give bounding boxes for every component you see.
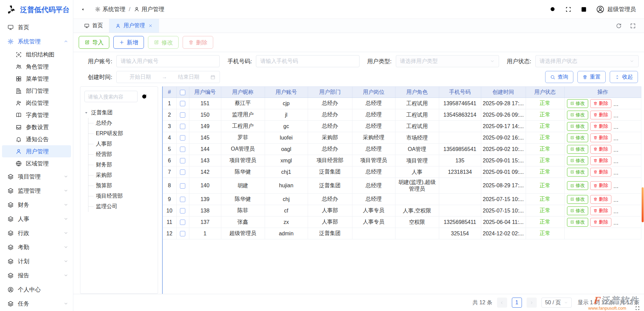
sidebar-subitem[interactable]: 菜单管理 — [0, 73, 73, 85]
sidebar-item[interactable]: 系统管理 — [0, 34, 73, 48]
collapse-filters-button[interactable]: 收起 — [610, 71, 638, 83]
sidebar-item[interactable]: 考勤 — [0, 240, 73, 254]
sidebar-subitem[interactable]: 角色管理 — [0, 61, 73, 73]
filter-input[interactable] — [256, 55, 359, 67]
row-edit-button[interactable]: 修改 — [567, 156, 588, 165]
row-edit-button[interactable]: 修改 — [567, 181, 588, 190]
row-checkbox[interactable] — [180, 101, 185, 106]
tree-node[interactable]: 采购部 — [88, 170, 154, 181]
filter-select[interactable]: 请选择用户类型 — [396, 55, 499, 67]
sidebar-item[interactable]: 个人中心 — [0, 282, 73, 297]
sidebar-item[interactable]: 计划 — [0, 254, 73, 268]
next-page-button[interactable] — [527, 298, 537, 308]
sidebar-item[interactable]: 首页 — [0, 20, 73, 34]
row-delete-button[interactable]: 删除 — [590, 218, 611, 227]
sidebar-item[interactable]: 财务 — [0, 198, 73, 212]
brand[interactable]: 泛普低代码平台 — [0, 0, 73, 20]
search-icon[interactable] — [550, 6, 556, 13]
tab[interactable]: 用户管理 — [109, 19, 159, 33]
row-checkbox[interactable] — [180, 135, 185, 141]
tree-node[interactable]: 监理公司 — [88, 201, 154, 212]
sidebar-item[interactable]: 行政 — [0, 226, 73, 240]
search-button[interactable]: 查询 — [545, 71, 573, 83]
row-checkbox[interactable] — [180, 147, 185, 152]
sidebar-subitem[interactable]: 组织结构图 — [0, 48, 73, 61]
tree-node[interactable]: 预算部 — [88, 181, 154, 191]
table-row[interactable]: 4145罗菲luofei采购部采购经理市场经理2025-09-02 16:...… — [163, 132, 641, 144]
tree-node[interactable]: 经营部 — [88, 149, 154, 160]
row-edit-button[interactable]: 修改 — [567, 206, 588, 215]
row-checkbox[interactable] — [180, 220, 185, 225]
row-delete-button[interactable]: 删除 — [590, 111, 611, 119]
row-edit-button[interactable]: 修改 — [567, 195, 588, 204]
row-delete-button[interactable]: 删除 — [590, 168, 611, 177]
table-header-cell[interactable]: 手机号码 — [439, 87, 481, 98]
sidebar-subitem[interactable]: 字典管理 — [0, 109, 73, 121]
sidebar-item[interactable]: 任务 — [0, 297, 73, 311]
table-row[interactable]: 9139陈华健chj总经办总经理2025-07-15 10:...正常修改删除重… — [163, 194, 641, 205]
table-header-cell[interactable]: # — [163, 87, 176, 98]
sidebar-subitem[interactable]: 通知公告 — [0, 133, 73, 145]
tree-node[interactable]: 财务部 — [88, 160, 154, 170]
tree-refresh-icon[interactable] — [141, 93, 147, 100]
row-delete-button[interactable]: 删除 — [590, 145, 611, 154]
row-checkbox[interactable] — [180, 231, 185, 236]
page-size-select[interactable]: 50 / 页 — [541, 298, 572, 308]
row-checkbox[interactable] — [180, 208, 185, 213]
table-row[interactable]: 7142陈华健chj1泛普集团总经理人事123181342025-09-01 0… — [163, 166, 641, 178]
sidebar-item[interactable]: 报告 — [0, 268, 73, 282]
row-delete-button[interactable]: 删除 — [590, 99, 611, 108]
row-checkbox[interactable] — [180, 183, 185, 189]
row-checkbox[interactable] — [180, 197, 185, 202]
toolbar-button[interactable]: 导入 — [79, 36, 109, 49]
reset-button[interactable]: 重置 — [577, 71, 606, 83]
sidebar-subitem[interactable]: 区域管理 — [0, 157, 73, 169]
table-header-cell[interactable]: 用户状态 — [526, 87, 564, 98]
sidebar-item[interactable]: 监理管理 — [0, 184, 73, 198]
vertical-scrollbar-thumb[interactable] — [642, 187, 644, 222]
end-date[interactable]: 结束日期 — [169, 74, 208, 81]
sidebar-subitem[interactable]: 参数设置 — [0, 121, 73, 133]
breadcrumb-item[interactable]: 用户管理 — [134, 5, 164, 13]
table-header-cell[interactable]: 用户昵称 — [221, 87, 265, 98]
row-edit-button[interactable]: 修改 — [567, 218, 588, 227]
tree-node[interactable]: 项目经营部 — [88, 191, 154, 201]
toolbar-button[interactable]: 修改 — [148, 36, 179, 49]
row-edit-button[interactable]: 修改 — [567, 122, 588, 131]
row-delete-button[interactable]: 删除 — [590, 133, 611, 142]
layout-theme-icon[interactable] — [580, 6, 587, 13]
table-header-cell[interactable]: 用户角色 — [395, 87, 439, 98]
tree-search-input[interactable] — [84, 91, 138, 102]
filter-input[interactable] — [116, 55, 220, 67]
sidebar-item[interactable]: 项目管理 — [0, 169, 73, 184]
toolbar-button[interactable]: 删除 — [183, 36, 213, 49]
tree-node[interactable]: 总经办 — [88, 118, 154, 128]
tree-node[interactable]: ERP研发部 — [88, 128, 154, 139]
sidebar-subitem[interactable]: 用户管理 — [2, 145, 71, 157]
table-row[interactable]: 121超级管理员admin泛普集团3251542024-12-02 02:...… — [163, 228, 641, 239]
row-edit-button[interactable]: 修改 — [567, 168, 588, 177]
expand-icon[interactable] — [630, 23, 636, 29]
sidebar-subitem[interactable]: 部门管理 — [0, 85, 73, 97]
table-header-cell[interactable]: 操作 — [564, 87, 641, 98]
table-header-cell[interactable]: 用户岗位 — [352, 87, 395, 98]
toolbar-button[interactable]: 新增 — [113, 36, 144, 49]
table-header-cell[interactable]: 创建时间 — [481, 87, 526, 98]
fullscreen-icon[interactable] — [565, 6, 572, 13]
breadcrumb-item[interactable]: 系统管理 — [95, 5, 125, 13]
row-checkbox[interactable] — [180, 124, 185, 129]
table-row[interactable]: 11137张鑫zx人事部人事专员空权限132569854112025-06-04… — [163, 217, 641, 228]
table-header-cell[interactable]: 用户部门 — [308, 87, 352, 98]
table-row[interactable]: 3149工程用户gc总经办总经理工程试用2025-09-17 14:...正常修… — [163, 121, 641, 132]
row-delete-button[interactable]: 删除 — [590, 156, 611, 165]
created-time-range[interactable]: 开始日期 → 结束日期 — [116, 71, 220, 83]
table-header-cell[interactable]: 用户编号 — [189, 87, 221, 98]
row-checkbox[interactable] — [180, 112, 185, 118]
sidebar-item[interactable]: 人事 — [0, 212, 73, 226]
row-edit-button[interactable]: 修改 — [567, 133, 588, 142]
table-header-cell[interactable]: 用户账号 — [265, 87, 308, 98]
filter-select[interactable]: 请选择用户状态 — [535, 55, 639, 67]
row-edit-button[interactable]: 修改 — [567, 99, 588, 108]
row-edit-button[interactable]: 修改 — [567, 145, 588, 154]
start-date[interactable]: 开始日期 — [121, 74, 160, 81]
